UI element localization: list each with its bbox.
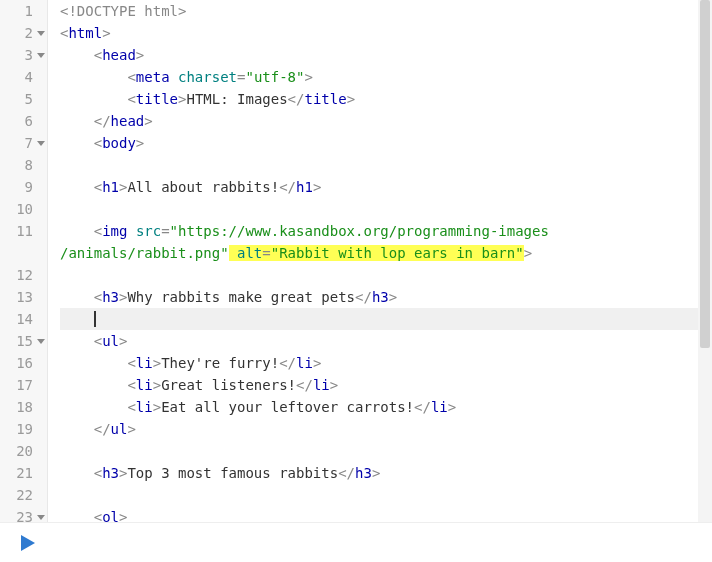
code-line[interactable] xyxy=(60,198,712,220)
code-line[interactable]: <h1>All about rabbits!</h1> xyxy=(60,176,712,198)
code-line[interactable]: <li>Eat all your leftover carrots!</li> xyxy=(60,396,712,418)
code-line[interactable] xyxy=(60,154,712,176)
code-line[interactable]: <ul> xyxy=(60,330,712,352)
line-number: 12 xyxy=(16,267,33,283)
vertical-scrollbar[interactable] xyxy=(698,0,712,562)
line-number: 2 xyxy=(25,25,33,41)
line-number: 9 xyxy=(25,179,33,195)
code-line[interactable] xyxy=(60,440,712,462)
code-line[interactable]: <li>Great listeners!</li> xyxy=(60,374,712,396)
line-number: 6 xyxy=(25,113,33,129)
fold-icon[interactable] xyxy=(37,51,45,59)
line-number: 14 xyxy=(16,311,33,327)
line-number: 16 xyxy=(16,355,33,371)
code-line[interactable]: <h3>Why rabbits make great pets</h3> xyxy=(60,286,712,308)
code-line[interactable]: </ul> xyxy=(60,418,712,440)
fold-icon[interactable] xyxy=(37,139,45,147)
fold-icon[interactable] xyxy=(37,29,45,37)
code-line[interactable]: <h3>Top 3 most famous rabbits</h3> xyxy=(60,462,712,484)
code-line[interactable]: <body> xyxy=(60,132,712,154)
line-number: 1 xyxy=(25,3,33,19)
play-icon[interactable] xyxy=(18,533,38,553)
line-number: 5 xyxy=(25,91,33,107)
code-line[interactable]: <head> xyxy=(60,44,712,66)
line-number: 22 xyxy=(16,487,33,503)
fold-icon[interactable] xyxy=(37,337,45,345)
code-area[interactable]: <!DOCTYPE html> <html> <head> <meta char… xyxy=(48,0,712,528)
line-number: 18 xyxy=(16,399,33,415)
code-line[interactable]: <html> xyxy=(60,22,712,44)
code-line[interactable]: <!DOCTYPE html> xyxy=(60,0,712,22)
code-line-active[interactable] xyxy=(60,308,712,330)
code-line[interactable]: <title>HTML: Images</title> xyxy=(60,88,712,110)
scrollbar-thumb[interactable] xyxy=(700,0,710,348)
code-editor[interactable]: 1 2 3 4 5 6 7 8 9 10 11 12 13 14 15 16 1… xyxy=(0,0,712,562)
code-line[interactable]: <img src="https://www.kasandbox.org/prog… xyxy=(60,220,712,242)
line-number: 21 xyxy=(16,465,33,481)
code-line[interactable]: <meta charset="utf-8"> xyxy=(60,66,712,88)
line-gutter: 1 2 3 4 5 6 7 8 9 10 11 12 13 14 15 16 1… xyxy=(0,0,48,528)
line-number: 20 xyxy=(16,443,33,459)
line-number: 7 xyxy=(25,135,33,151)
code-line[interactable]: /animals/rabbit.png" alt="Rabbit with lo… xyxy=(60,242,712,264)
line-number: 8 xyxy=(25,157,33,173)
editor-footer xyxy=(0,522,712,562)
line-number: 15 xyxy=(16,333,33,349)
line-number: 3 xyxy=(25,47,33,63)
code-line[interactable]: </head> xyxy=(60,110,712,132)
line-number: 13 xyxy=(16,289,33,305)
code-line[interactable] xyxy=(60,264,712,286)
line-number: 19 xyxy=(16,421,33,437)
text-cursor xyxy=(94,311,96,327)
fold-icon[interactable] xyxy=(37,513,45,521)
line-number: 4 xyxy=(25,69,33,85)
code-line[interactable]: <li>They're furry!</li> xyxy=(60,352,712,374)
line-number: 11 xyxy=(16,223,33,239)
line-number: 10 xyxy=(16,201,33,217)
line-number: 17 xyxy=(16,377,33,393)
code-line[interactable] xyxy=(60,484,712,506)
